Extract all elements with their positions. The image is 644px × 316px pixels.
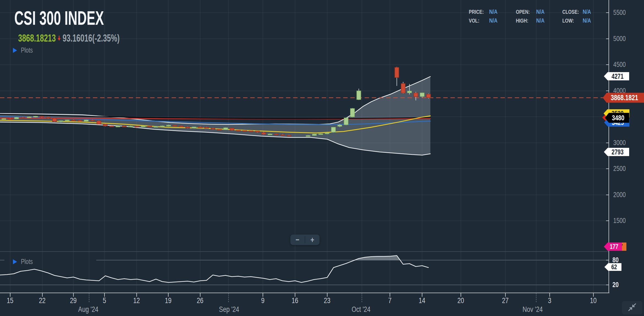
collapse-arrows-icon <box>628 303 636 312</box>
ohlc-high: HIGH:N/A <box>516 17 547 24</box>
price-tag-osc-pink: 177 <box>604 243 622 251</box>
ohlc-vol: VOL:N/A <box>469 17 500 24</box>
zoom-in-button[interactable]: + <box>305 235 320 245</box>
zoom-controls: − + <box>290 235 320 245</box>
ohlc-open: OPEN:N/A <box>516 8 547 15</box>
price-tag-upper-band: 4271 <box>604 72 629 80</box>
price-tag-current-price: 3868.1821 <box>603 93 644 103</box>
ohlc-low: LOW:N/A <box>562 17 593 24</box>
trading-chart-app: 5500500045004000350030002500200015008020… <box>0 0 644 316</box>
price-tag-ma-black: 3480 <box>605 113 629 123</box>
ohlc-price: PRICE:N/A <box>469 8 500 15</box>
ohlc-readout: PRICE:N/AOPEN:N/ACLOSE:N/AVOL:N/AHIGH:N/… <box>0 0 644 316</box>
price-tag-lower-band: 2793 <box>604 148 629 156</box>
zoom-out-button[interactable]: − <box>290 235 305 245</box>
ohlc-close: CLOSE:N/A <box>562 8 593 15</box>
collapse-chart-button[interactable] <box>622 301 642 314</box>
